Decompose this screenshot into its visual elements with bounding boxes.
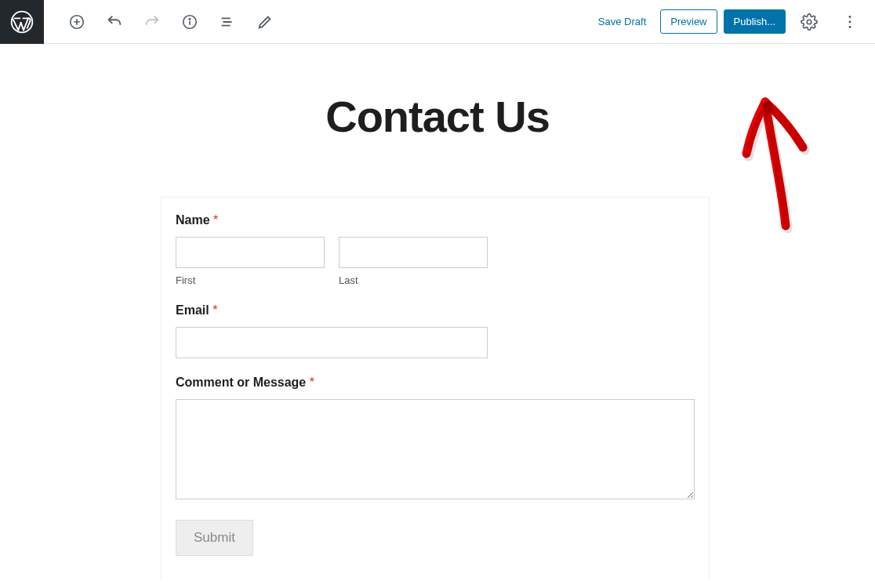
svg-point-4	[807, 20, 811, 24]
editor-canvas: Contact Us Name * First Last Email	[0, 44, 875, 579]
more-options-button[interactable]	[834, 6, 866, 38]
info-icon	[181, 13, 198, 31]
email-field: Email *	[176, 303, 695, 358]
name-label-text: Name	[176, 213, 210, 227]
last-name-input[interactable]	[339, 237, 488, 268]
svg-point-6	[849, 20, 851, 23]
submit-button[interactable]: Submit	[176, 520, 253, 556]
svg-point-3	[189, 18, 190, 19]
publish-button[interactable]: Publish...	[724, 9, 786, 34]
edit-button[interactable]	[249, 6, 281, 38]
gear-icon	[801, 13, 818, 31]
first-sublabel: First	[176, 274, 325, 286]
wordpress-logo[interactable]	[0, 0, 44, 44]
save-draft-button[interactable]: Save Draft	[590, 9, 654, 34]
svg-point-7	[849, 25, 851, 27]
wordpress-icon	[9, 9, 34, 34]
plus-circle-icon	[68, 13, 85, 31]
editor-toolbar: Save Draft Preview Publish...	[0, 0, 875, 44]
toolbar-left-group	[44, 6, 282, 38]
message-label: Comment or Message *	[176, 376, 695, 390]
required-marker: *	[212, 303, 217, 317]
undo-button[interactable]	[99, 6, 130, 38]
pencil-icon	[256, 13, 274, 31]
first-name-input[interactable]	[176, 237, 325, 268]
undo-icon	[106, 13, 123, 31]
email-label: Email *	[176, 303, 695, 318]
email-label-text: Email	[176, 303, 209, 317]
redo-button[interactable]	[136, 6, 168, 38]
svg-point-5	[849, 16, 851, 18]
message-label-text: Comment or Message	[176, 376, 306, 389]
kebab-icon	[841, 13, 859, 31]
name-label: Name *	[176, 213, 695, 227]
outline-button[interactable]	[212, 6, 243, 38]
add-block-button[interactable]	[61, 6, 93, 38]
preview-button[interactable]: Preview	[660, 9, 717, 34]
redo-icon	[143, 13, 161, 31]
info-button[interactable]	[174, 6, 205, 38]
email-input[interactable]	[176, 327, 488, 358]
required-marker: *	[310, 376, 314, 389]
name-field: Name * First Last	[176, 213, 695, 286]
message-textarea[interactable]	[176, 399, 695, 499]
page-title[interactable]: Contact Us	[0, 91, 875, 142]
last-sublabel: Last	[339, 274, 488, 286]
toolbar-right-group: Save Draft Preview Publish...	[590, 6, 875, 38]
settings-button[interactable]	[793, 6, 825, 38]
contact-form-block[interactable]: Name * First Last Email *	[161, 197, 710, 579]
required-marker: *	[213, 213, 218, 227]
message-field: Comment or Message *	[176, 376, 695, 503]
outline-icon	[219, 13, 236, 31]
